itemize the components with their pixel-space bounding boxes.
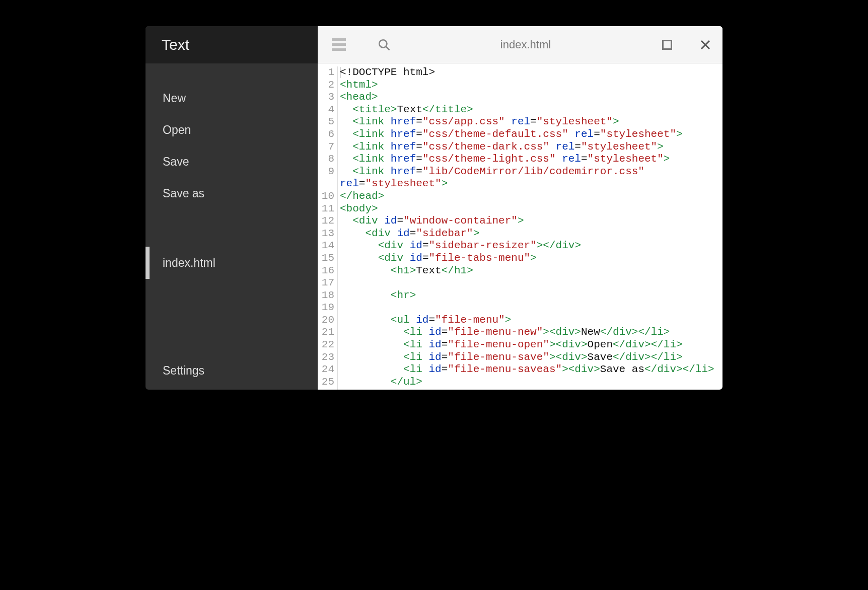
menu-item-saveas[interactable]: Save as [146,178,318,209]
menu-item-new[interactable]: New [146,83,318,114]
toolbar-right [660,38,712,52]
app-window: Text New Open Save Save as index.html Se… [146,26,722,390]
svg-rect-2 [663,40,672,49]
hamburger-icon[interactable] [332,38,346,52]
close-icon[interactable] [698,38,712,52]
menu-item-settings[interactable]: Settings [163,364,301,378]
code-content[interactable]: <!DOCTYPE html><html><head> <title>Text<… [338,66,722,390]
file-tab-indexhtml[interactable]: index.html [146,247,318,279]
sidebar-header: Text [146,26,318,63]
editor-toolbar: index.html [318,26,722,63]
file-menu: New Open Save Save as [146,63,318,222]
menu-item-save[interactable]: Save [146,146,318,178]
sidebar-footer: Settings [146,355,318,390]
sidebar: Text New Open Save Save as index.html Se… [146,26,318,390]
file-tabs: index.html [146,222,318,355]
code-editor[interactable]: 123456789 101112131415161718192021222324… [318,63,722,390]
editor-pane: index.html 123456789 1011121314151617181… [318,26,722,390]
file-tab-label: index.html [146,256,215,270]
line-number-gutter: 123456789 101112131415161718192021222324… [318,66,338,390]
maximize-icon[interactable] [660,38,674,52]
toolbar-filename: index.html [420,38,631,51]
search-icon[interactable] [377,38,391,52]
app-title: Text [162,36,189,53]
menu-item-open[interactable]: Open [146,114,318,146]
toolbar-left [332,38,391,52]
svg-line-1 [386,46,389,50]
